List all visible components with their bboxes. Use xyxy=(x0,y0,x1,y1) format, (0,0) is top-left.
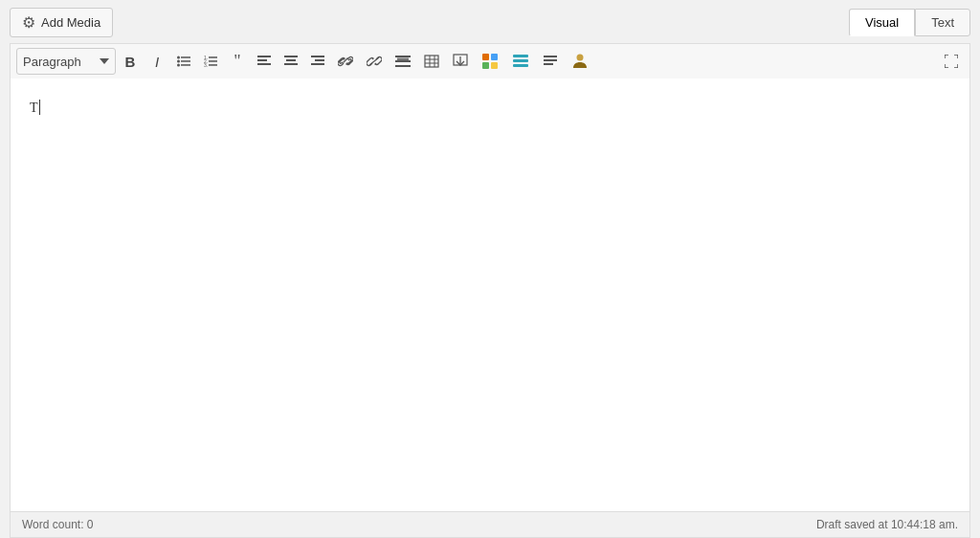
svg-rect-11 xyxy=(209,64,217,66)
table-button[interactable] xyxy=(418,49,445,74)
table-icon xyxy=(424,55,439,68)
person-icon xyxy=(571,53,589,70)
editor-content-area[interactable]: T xyxy=(11,78,969,511)
svg-point-44 xyxy=(577,55,584,61)
draft-status: Draft saved at 10:44:18 am. xyxy=(816,518,958,531)
lines-button[interactable] xyxy=(506,49,535,74)
link-button[interactable] xyxy=(332,49,359,74)
svg-rect-43 xyxy=(544,63,553,65)
editor-wrap: ⚙ Add Media Visual Text Paragraph Headin… xyxy=(0,0,980,538)
add-media-button[interactable]: ⚙ Add Media xyxy=(10,8,113,37)
ul-icon xyxy=(177,56,190,67)
svg-rect-12 xyxy=(257,56,271,57)
ol-icon: 1. 2. 3. xyxy=(204,56,217,67)
add-media-label: Add Media xyxy=(41,15,100,30)
tab-visual[interactable]: Visual xyxy=(849,9,915,36)
align-center-button[interactable] xyxy=(278,49,303,74)
editor-area-wrap: T xyxy=(10,78,970,512)
ordered-list-button[interactable]: 1. 2. 3. xyxy=(198,49,223,74)
svg-rect-13 xyxy=(257,59,267,61)
svg-rect-16 xyxy=(286,59,296,61)
blockquote-button[interactable]: " xyxy=(225,49,250,74)
lines-icon xyxy=(512,54,529,69)
svg-rect-37 xyxy=(491,62,498,69)
svg-point-4 xyxy=(177,64,180,67)
svg-rect-42 xyxy=(544,59,557,61)
svg-text:3.: 3. xyxy=(204,62,208,67)
align-left-icon xyxy=(257,56,271,67)
svg-rect-14 xyxy=(257,63,271,65)
svg-rect-36 xyxy=(482,62,489,69)
status-bar: Word count: 0 Draft saved at 10:44:18 am… xyxy=(10,512,970,538)
top-bar: ⚙ Add Media Visual Text xyxy=(0,0,980,43)
svg-rect-18 xyxy=(311,56,324,57)
editor-toolbar: Paragraph Heading 1 Heading 2 Heading 3 … xyxy=(10,43,970,78)
unlink-icon xyxy=(367,55,382,68)
person-button[interactable] xyxy=(566,49,594,74)
apps-button[interactable] xyxy=(476,49,504,74)
tab-text[interactable]: Text xyxy=(915,9,970,36)
gear-icon: ⚙ xyxy=(22,13,35,32)
svg-rect-17 xyxy=(284,63,298,65)
svg-rect-35 xyxy=(491,54,498,60)
insert-image-button[interactable] xyxy=(447,49,474,74)
svg-rect-9 xyxy=(209,60,217,61)
svg-rect-19 xyxy=(315,59,324,61)
svg-rect-34 xyxy=(482,54,489,60)
align-left-button[interactable] xyxy=(252,49,277,74)
svg-rect-1 xyxy=(181,56,190,58)
svg-rect-20 xyxy=(311,63,324,65)
svg-rect-26 xyxy=(397,58,409,61)
paragraph-lines-button[interactable] xyxy=(537,49,564,74)
bold-button[interactable]: B xyxy=(118,49,143,74)
view-tabs: Visual Text xyxy=(849,9,970,36)
svg-rect-39 xyxy=(513,59,528,62)
align-right-button[interactable] xyxy=(305,49,330,74)
svg-point-2 xyxy=(177,60,180,63)
align-center-icon xyxy=(284,56,298,67)
paragraph-lines-icon xyxy=(543,55,558,68)
svg-rect-23 xyxy=(395,56,411,57)
svg-rect-24 xyxy=(395,60,411,62)
blockquote-icon: " xyxy=(234,53,240,70)
svg-point-0 xyxy=(177,56,180,59)
svg-rect-25 xyxy=(395,65,411,67)
svg-rect-38 xyxy=(513,55,528,57)
italic-button[interactable]: I xyxy=(145,49,169,74)
unordered-list-button[interactable] xyxy=(171,49,196,74)
word-count: Word count: 0 xyxy=(22,518,93,531)
svg-rect-41 xyxy=(544,56,557,57)
apps-icon xyxy=(481,53,499,70)
fullscreen-icon xyxy=(945,55,958,68)
fullscreen-button[interactable] xyxy=(939,49,964,74)
svg-rect-27 xyxy=(425,56,438,67)
svg-rect-40 xyxy=(513,64,528,67)
unlink-button[interactable] xyxy=(361,49,388,74)
align-right-icon xyxy=(311,56,324,67)
svg-rect-5 xyxy=(181,64,190,66)
hr-button[interactable] xyxy=(390,49,416,74)
link-icon xyxy=(338,55,353,68)
paragraph-select[interactable]: Paragraph Heading 1 Heading 2 Heading 3 … xyxy=(16,48,116,75)
hr-icon xyxy=(395,55,411,68)
svg-rect-3 xyxy=(181,60,190,61)
svg-rect-15 xyxy=(284,56,298,57)
svg-rect-7 xyxy=(209,56,217,58)
insert-image-icon xyxy=(453,54,468,69)
